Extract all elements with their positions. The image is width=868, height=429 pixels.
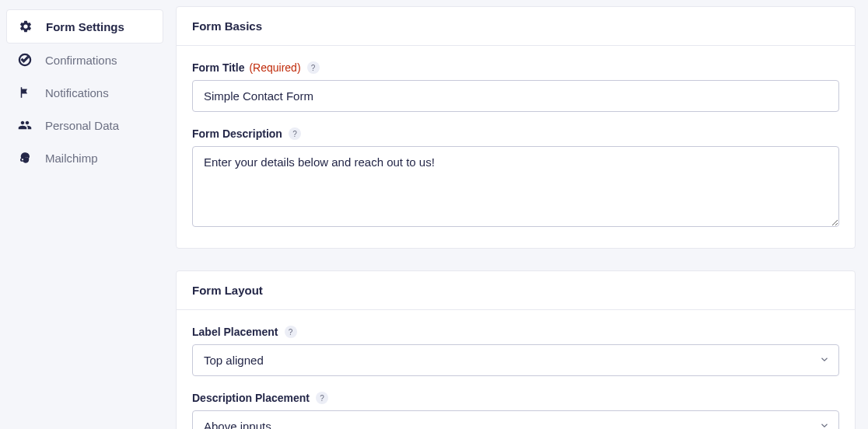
form-description-textarea[interactable]: Enter your details below and reach out t… (192, 146, 839, 227)
sidebar-item-label: Confirmations (45, 54, 117, 67)
field-label: Description Placement (192, 392, 310, 404)
sidebar-item-label: Personal Data (45, 119, 119, 132)
required-tag: (Required) (249, 61, 300, 74)
field-label: Label Placement (192, 326, 278, 338)
help-icon[interactable]: ? (307, 61, 320, 74)
gear-icon (18, 19, 33, 34)
field-label: Form Description (192, 127, 282, 140)
main-content: Form Basics Form Title (Required) ? Form… (163, 0, 868, 429)
sidebar-item-personal-data[interactable]: Personal Data (6, 109, 163, 141)
help-icon[interactable]: ? (289, 127, 301, 140)
label-placement-select[interactable]: Top aligned (192, 344, 839, 376)
field-form-title: Form Title (Required) ? (192, 61, 839, 112)
field-label-placement: Label Placement ? Top aligned (192, 326, 839, 376)
field-form-description: Form Description ? Enter your details be… (192, 127, 839, 229)
sidebar-item-label: Notifications (45, 86, 109, 99)
sidebar-item-label: Form Settings (46, 20, 124, 33)
check-circle-icon (17, 52, 33, 68)
sidebar-item-form-settings[interactable]: Form Settings (6, 9, 163, 44)
mailchimp-icon (17, 150, 33, 166)
field-description-placement: Description Placement ? Above inputs (192, 392, 839, 429)
field-label: Form Title (192, 61, 244, 74)
panel-title: Form Layout (177, 271, 855, 310)
description-placement-select[interactable]: Above inputs (192, 410, 839, 429)
sidebar: Form Settings Confirmations Notification… (0, 0, 163, 429)
form-title-input[interactable] (192, 80, 839, 112)
flag-icon (17, 85, 33, 100)
sidebar-item-mailchimp[interactable]: Mailchimp (6, 141, 163, 174)
help-icon[interactable]: ? (316, 392, 328, 404)
panel-form-basics: Form Basics Form Title (Required) ? Form… (176, 6, 856, 249)
help-icon[interactable]: ? (285, 326, 297, 338)
sidebar-item-label: Mailchimp (45, 152, 98, 165)
users-icon (17, 117, 33, 133)
panel-form-layout: Form Layout Label Placement ? Top aligne… (176, 270, 856, 429)
sidebar-item-confirmations[interactable]: Confirmations (6, 44, 163, 76)
panel-title: Form Basics (177, 7, 855, 46)
sidebar-item-notifications[interactable]: Notifications (6, 76, 163, 109)
